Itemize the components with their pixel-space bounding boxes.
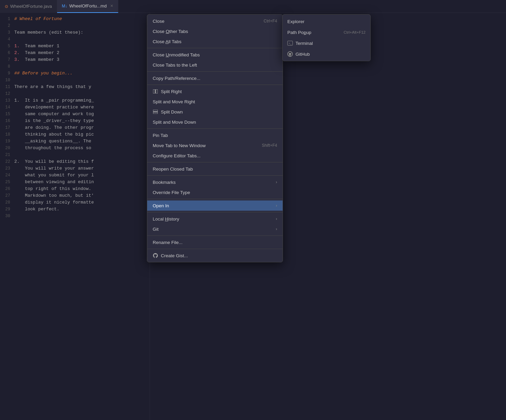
divider-5	[147, 162, 283, 162]
divider-10	[147, 249, 283, 249]
menu-item-close-unmodified[interactable]: Close Unmodified Tabs	[147, 50, 283, 60]
local-history-arrow-icon: ›	[276, 216, 277, 221]
reopen-closed-label: Reopen Closed Tab	[153, 167, 193, 172]
menu-item-open-in[interactable]: Open In ›	[147, 200, 283, 211]
close-shortcut: Ctrl+F4	[264, 19, 277, 23]
menu-item-override-filetype[interactable]: Override File Type	[147, 187, 283, 197]
menu-item-rename-file[interactable]: Rename File...	[147, 237, 283, 247]
svg-rect-1	[156, 89, 158, 93]
menu-item-close-left[interactable]: Close Tabs to the Left	[147, 60, 283, 70]
move-window-label: Move Tab to New Window	[153, 143, 206, 148]
menu-item-move-window[interactable]: Move Tab to New Window Shift+F4	[147, 140, 283, 151]
divider-1	[147, 48, 283, 48]
git-arrow-icon: ›	[276, 227, 277, 231]
menu-item-close[interactable]: Close Ctrl+F4	[147, 16, 283, 26]
menu-item-local-history[interactable]: Local History ›	[147, 214, 283, 224]
divider-7	[147, 199, 283, 199]
bookmarks-arrow-icon: ›	[276, 180, 277, 185]
create-gist-label: Create Gist...	[161, 253, 188, 258]
close-all-label: Close All Tabs	[153, 39, 182, 44]
local-history-label: Local History	[153, 216, 179, 222]
override-filetype-label: Override File Type	[153, 190, 190, 195]
context-menu-overlay: Close Ctrl+F4 Close Other Tabs Close All…	[0, 0, 506, 420]
terminal-label: Terminal	[296, 41, 313, 46]
open-in-label: Open In	[153, 203, 169, 208]
menu-item-create-gist[interactable]: Create Gist...	[147, 250, 283, 261]
git-label: Git	[153, 227, 158, 232]
split-right-label: Split Right	[161, 89, 182, 94]
open-in-arrow-icon: ›	[276, 203, 277, 208]
pin-tab-label: Pin Tab	[153, 133, 168, 138]
github-icon	[287, 51, 293, 57]
rename-file-label: Rename File...	[153, 240, 183, 245]
close-other-label: Close Other Tabs	[153, 29, 188, 34]
copy-path-label: Copy Path/Reference...	[153, 76, 200, 81]
close-left-label: Close Tabs to the Left	[153, 63, 197, 68]
submenu-item-path-popup[interactable]: Path Popup Ctrl+Alt+F12	[283, 27, 370, 38]
menu-item-bookmarks[interactable]: Bookmarks ›	[147, 177, 283, 187]
divider-2	[147, 71, 283, 72]
menu-item-split-move-right[interactable]: Split and Move Right	[147, 97, 283, 107]
menu-item-configure-tabs[interactable]: Configure Editor Tabs...	[147, 151, 283, 161]
svg-rect-2	[153, 110, 158, 111]
path-popup-shortcut: Ctrl+Alt+F12	[343, 30, 366, 34]
path-popup-label: Path Popup	[287, 30, 311, 35]
split-move-right-label: Split and Move Right	[153, 99, 195, 104]
split-down-label: Split Down	[161, 109, 183, 115]
submenu-item-explorer[interactable]: Explorer	[283, 16, 370, 27]
split-right-icon	[153, 89, 158, 94]
menu-item-pin-tab[interactable]: Pin Tab	[147, 130, 283, 140]
github-label: GitHub	[296, 52, 310, 57]
close-unmodified-label: Close Unmodified Tabs	[153, 52, 200, 57]
explorer-label: Explorer	[287, 19, 304, 24]
divider-8	[147, 212, 283, 212]
divider-4	[147, 128, 283, 129]
svg-rect-0	[153, 89, 155, 93]
menu-item-close-all[interactable]: Close All Tabs	[147, 36, 283, 47]
svg-rect-3	[153, 112, 158, 114]
menu-item-git[interactable]: Git ›	[147, 224, 283, 234]
split-down-icon	[153, 109, 158, 115]
split-move-down-label: Split and Move Down	[153, 120, 196, 125]
submenu-open-in: Explorer Path Popup Ctrl+Alt+F12 >_ Term…	[282, 14, 371, 61]
configure-tabs-label: Configure Editor Tabs...	[153, 153, 201, 158]
menu-item-copy-path[interactable]: Copy Path/Reference...	[147, 73, 283, 83]
menu-item-reopen-closed[interactable]: Reopen Closed Tab	[147, 164, 283, 174]
menu-item-split-right[interactable]: Split Right	[147, 86, 283, 97]
submenu-item-terminal[interactable]: >_ Terminal	[283, 38, 370, 49]
move-window-shortcut: Shift+F4	[262, 143, 277, 148]
bookmarks-label: Bookmarks	[153, 180, 176, 185]
terminal-icon: >_	[287, 41, 293, 46]
divider-6	[147, 175, 283, 176]
context-menu: Close Ctrl+F4 Close Other Tabs Close All…	[147, 14, 283, 262]
divider-3	[147, 85, 283, 85]
submenu-item-github[interactable]: GitHub	[283, 49, 370, 59]
github-gist-icon	[153, 253, 158, 258]
menu-item-split-down[interactable]: Split Down	[147, 107, 283, 117]
menu-item-split-move-down[interactable]: Split and Move Down	[147, 117, 283, 127]
menu-item-close-other[interactable]: Close Other Tabs	[147, 26, 283, 36]
close-label: Close	[153, 19, 165, 24]
divider-9	[147, 235, 283, 236]
